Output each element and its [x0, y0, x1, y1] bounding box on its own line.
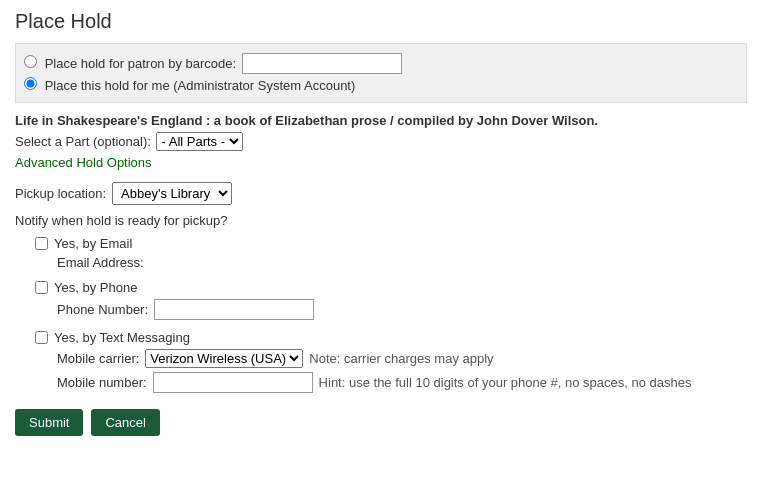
notify-phone-row: Yes, by Phone Phone Number:: [35, 280, 747, 320]
notify-email-label[interactable]: Yes, by Email: [35, 236, 747, 251]
notify-email-row: Yes, by Email Email Address:: [35, 236, 747, 270]
phone-field-label: Phone Number:: [57, 302, 148, 317]
carrier-note: Note: carrier charges may apply: [309, 351, 493, 366]
button-row: Submit Cancel: [15, 409, 747, 436]
carrier-row: Mobile carrier: Verizon Wireless (USA) A…: [57, 349, 747, 368]
advanced-hold-link[interactable]: Advanced Hold Options: [15, 155, 152, 170]
select-part-dropdown[interactable]: - All Parts -: [156, 132, 243, 151]
notify-text-label[interactable]: Yes, by Text Messaging: [35, 330, 747, 345]
select-part-label: Select a Part (optional):: [15, 134, 151, 149]
notify-phone-label[interactable]: Yes, by Phone: [35, 280, 747, 295]
patron-self-label: Place this hold for me (Administrator Sy…: [45, 78, 356, 93]
notify-options: Yes, by Email Email Address: Yes, by Pho…: [35, 236, 747, 393]
notify-text-row: Yes, by Text Messaging Mobile carrier: V…: [35, 330, 747, 393]
barcode-input[interactable]: [242, 53, 402, 74]
email-field-label: Email Address:: [57, 255, 144, 270]
notify-email-checkbox[interactable]: [35, 237, 48, 250]
notify-label: Notify when hold is ready for pickup?: [15, 213, 747, 228]
patron-barcode-option[interactable]: Place hold for patron by barcode:: [24, 53, 738, 74]
pickup-label: Pickup location:: [15, 186, 106, 201]
mobile-input[interactable]: [153, 372, 313, 393]
mobile-label: Mobile number:: [57, 375, 147, 390]
submit-button[interactable]: Submit: [15, 409, 83, 436]
mobile-row: Mobile number: Hint: use the full 10 dig…: [57, 372, 747, 393]
select-part-row: Select a Part (optional): - All Parts -: [15, 132, 747, 151]
patron-self-option[interactable]: Place this hold for me (Administrator Sy…: [24, 77, 738, 93]
carrier-dropdown[interactable]: Verizon Wireless (USA) AT&T (USA) T-Mobi…: [145, 349, 303, 368]
notify-email-text: Yes, by Email: [54, 236, 132, 251]
notify-phone-checkbox[interactable]: [35, 281, 48, 294]
phone-input[interactable]: [154, 299, 314, 320]
notify-text-text: Yes, by Text Messaging: [54, 330, 190, 345]
pickup-dropdown[interactable]: Abbey's Library Main Library Branch Libr…: [112, 182, 232, 205]
patron-self-radio[interactable]: [24, 77, 37, 90]
cancel-button[interactable]: Cancel: [91, 409, 159, 436]
phone-field-row: Phone Number:: [57, 299, 747, 320]
patron-options-section: Place hold for patron by barcode: Place …: [15, 43, 747, 103]
book-title: Life in Shakespeare's England : a book o…: [15, 113, 747, 128]
carrier-label: Mobile carrier:: [57, 351, 139, 366]
email-field-row: Email Address:: [57, 255, 747, 270]
pickup-section: Pickup location: Abbey's Library Main Li…: [15, 182, 747, 205]
mobile-hint: Hint: use the full 10 digits of your pho…: [319, 375, 692, 390]
notify-text-checkbox[interactable]: [35, 331, 48, 344]
notify-phone-text: Yes, by Phone: [54, 280, 137, 295]
page-title: Place Hold: [15, 10, 747, 33]
patron-barcode-label: Place hold for patron by barcode:: [45, 56, 237, 71]
patron-barcode-radio[interactable]: [24, 55, 37, 68]
